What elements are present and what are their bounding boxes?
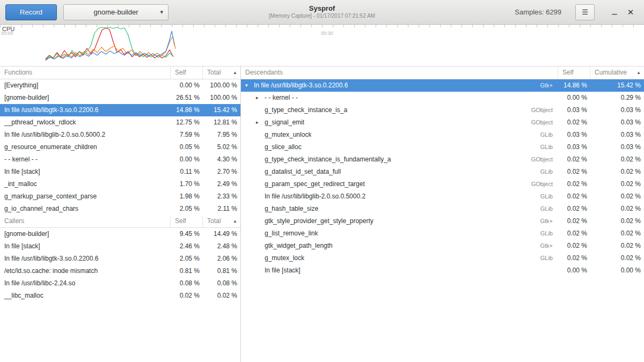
function-name: [gnome-builder] [0, 92, 171, 104]
self-value: 0.03 % [558, 129, 590, 141]
table-row[interactable]: ▸ g_signal_emit GObject 0.02 % 0.03 % [241, 116, 644, 129]
descendant-name: gtk_style_provider_get_style_property [265, 215, 374, 227]
library-badge: Gtk+ [535, 240, 558, 252]
table-row[interactable]: __pthread_rwlock_rdlock 12.75 % 12.81 % [0, 116, 240, 129]
function-name: In file [stack] [0, 166, 171, 178]
table-row[interactable]: g_resource_enumerate_children 0.05 % 5.0… [0, 141, 240, 153]
table-row[interactable]: In file [stack] 0.00 % 0.00 % [241, 264, 644, 277]
function-name: In file /usr/lib/libgtk-3.so.0.2200.6 [0, 104, 171, 116]
target-selector-dropdown[interactable]: gnome-builder ▾ [63, 4, 169, 20]
self-value: 1.98 % [171, 190, 203, 203]
table-row[interactable]: g_markup_parse_context_parse 1.98 % 2.33… [0, 190, 240, 203]
function-name: In file /usr/lib/libglib-2.0.so.0.5000.2 [0, 129, 171, 141]
table-row[interactable]: In file /usr/lib/libgtk-3.so.0.2200.6 14… [0, 104, 240, 116]
function-name: __pthread_rwlock_rdlock [0, 116, 171, 129]
table-row[interactable]: g_datalist_id_set_data_full GLib 0.02 % … [241, 166, 644, 178]
self-value: 9.45 % [171, 228, 203, 240]
cumulative-value: 0.00 % [590, 264, 644, 277]
library-badge: GObject [526, 153, 558, 166]
table-row[interactable]: In file /usr/lib/libglib-2.0.so.0.5000.2… [0, 129, 240, 141]
self-value: 0.02 % [558, 240, 590, 252]
app-title: Sysprof [269, 4, 375, 13]
total-value: 5.02 % [203, 141, 240, 153]
table-row[interactable]: g_slice_alloc GLib 0.03 % 0.03 % [241, 141, 644, 153]
table-row[interactable]: g_param_spec_get_redirect_target GObject… [241, 178, 644, 190]
self-value: 0.03 % [558, 104, 590, 116]
library-badge: GLib [535, 190, 558, 203]
table-row[interactable]: /etc/ld.so.cache: inode mismatch 0.81 % … [0, 265, 240, 277]
cpu-timeline[interactable]: CPU 00:00 00:30 [0, 25, 644, 66]
total-value: 2.06 % [203, 253, 240, 265]
left-pane: Functions Self Total ▲ [Everything] 0.00… [0, 67, 241, 362]
table-row[interactable]: ▾ In file /usr/lib/libgtk-3.so.0.2200.6 … [241, 79, 644, 92]
descendant-name: g_type_check_instance_is_fundamentally_a [265, 153, 391, 166]
table-row[interactable]: [gnome-builder] 26.51 % 100.00 % [0, 92, 240, 104]
cumulative-value: 0.02 % [590, 153, 644, 166]
callers-table-header: Callers Self Total ▲ [0, 215, 240, 228]
function-name: _int_malloc [0, 178, 171, 190]
total-value: 2.49 % [203, 178, 240, 190]
functions-table-header: Functions Self Total ▲ [0, 67, 240, 79]
table-row[interactable]: In file /usr/lib/libgtk-3.so.0.2200.6 2.… [0, 253, 240, 265]
table-row[interactable]: g_list_remove_link GLib 0.02 % 0.02 % [241, 227, 644, 240]
column-header-cumulative[interactable]: Cumulative ▲ [590, 67, 644, 79]
caller-name: In file /usr/lib/libc-2.24.so [0, 277, 171, 290]
table-row[interactable]: [gnome-builder] 9.45 % 14.49 % [0, 228, 240, 240]
record-button[interactable]: Record [5, 4, 57, 20]
descendant-name: g_param_spec_get_redirect_target [265, 178, 365, 190]
column-header-total[interactable]: Total ▲ [203, 67, 240, 79]
table-row[interactable]: __libc_malloc 0.02 % 0.02 % [0, 290, 240, 302]
table-row[interactable]: gtk_widget_path_length Gtk+ 0.02 % 0.02 … [241, 240, 644, 252]
function-name: g_io_channel_read_chars [0, 203, 171, 215]
descendants-table-header: Descendants Self Cumulative ▲ [241, 67, 644, 79]
table-row[interactable]: g_type_check_instance_is_a GObject 0.03 … [241, 104, 644, 116]
descendant-name: In file /usr/lib/libgtk-3.so.0.2200.6 [254, 79, 348, 92]
table-row[interactable]: g_mutex_unlock GLib 0.03 % 0.03 % [241, 129, 644, 141]
table-row[interactable]: [Everything] 0.00 % 100.00 % [0, 79, 240, 92]
table-row[interactable]: ▸ - - kernel - - 0.00 % 0.29 % [241, 92, 644, 104]
minimize-button[interactable]: – [606, 4, 623, 20]
column-header-descendants[interactable]: Descendants [241, 67, 558, 79]
table-row[interactable]: _int_malloc 1.70 % 2.49 % [0, 178, 240, 190]
table-row[interactable]: In file [stack] 2.46 % 2.48 % [0, 240, 240, 253]
self-value: 0.02 % [558, 227, 590, 240]
total-value: 100.00 % [203, 92, 240, 104]
column-header-callers[interactable]: Callers [0, 215, 171, 227]
headerbar: Record gnome-builder ▾ Sysprof [Memory C… [0, 0, 644, 25]
table-row[interactable]: - - kernel - - 0.00 % 4.30 % [0, 153, 240, 166]
library-badge: GLib [535, 129, 558, 141]
descendants-table: ▾ In file /usr/lib/libgtk-3.so.0.2200.6 … [241, 79, 644, 277]
sort-indicator-icon: ▲ [233, 215, 237, 227]
function-name: g_markup_parse_context_parse [0, 190, 171, 203]
cpu-graph-svg[interactable] [0, 25, 644, 66]
column-header-total[interactable]: Total ▲ [203, 215, 240, 227]
expander-icon[interactable]: ▸ [256, 116, 265, 129]
menu-button[interactable]: ☰ [575, 4, 595, 20]
total-value: 12.81 % [203, 116, 240, 129]
total-value: 2.48 % [203, 240, 240, 253]
table-row[interactable]: In file [stack] 0.11 % 2.70 % [0, 166, 240, 178]
close-button[interactable]: ✕ [623, 4, 639, 20]
total-value: 4.30 % [203, 153, 240, 166]
table-row[interactable]: g_hash_table_size GLib 0.02 % 0.02 % [241, 203, 644, 215]
total-value: 100.00 % [203, 79, 240, 92]
table-row[interactable]: g_type_check_instance_is_fundamentally_a… [241, 153, 644, 166]
expander-icon[interactable]: ▸ [256, 92, 265, 104]
column-header-self[interactable]: Self [558, 67, 590, 79]
library-badge: Gtk+ [535, 79, 558, 92]
expander-icon[interactable]: ▾ [245, 79, 254, 92]
table-row[interactable]: g_io_channel_read_chars 2.05 % 2.11 % [0, 203, 240, 215]
table-row[interactable]: g_mutex_lock GLib 0.02 % 0.02 % [241, 252, 644, 264]
caller-name: __libc_malloc [0, 290, 171, 302]
column-header-self[interactable]: Self [171, 215, 203, 227]
column-header-functions[interactable]: Functions [0, 67, 171, 79]
library-badge: GObject [526, 116, 558, 129]
descendant-name: g_datalist_id_set_data_full [265, 166, 341, 178]
descendant-name: g_mutex_lock [265, 252, 304, 264]
table-row[interactable]: In file /usr/lib/libc-2.24.so 0.08 % 0.0… [0, 277, 240, 290]
table-row[interactable]: gtk_style_provider_get_style_property Gt… [241, 215, 644, 227]
cumulative-value: 0.02 % [590, 190, 644, 203]
column-header-self[interactable]: Self [171, 67, 203, 79]
functions-table: [Everything] 0.00 % 100.00 % [gnome-buil… [0, 79, 240, 215]
table-row[interactable]: In file /usr/lib/libglib-2.0.so.0.5000.2… [241, 190, 644, 203]
